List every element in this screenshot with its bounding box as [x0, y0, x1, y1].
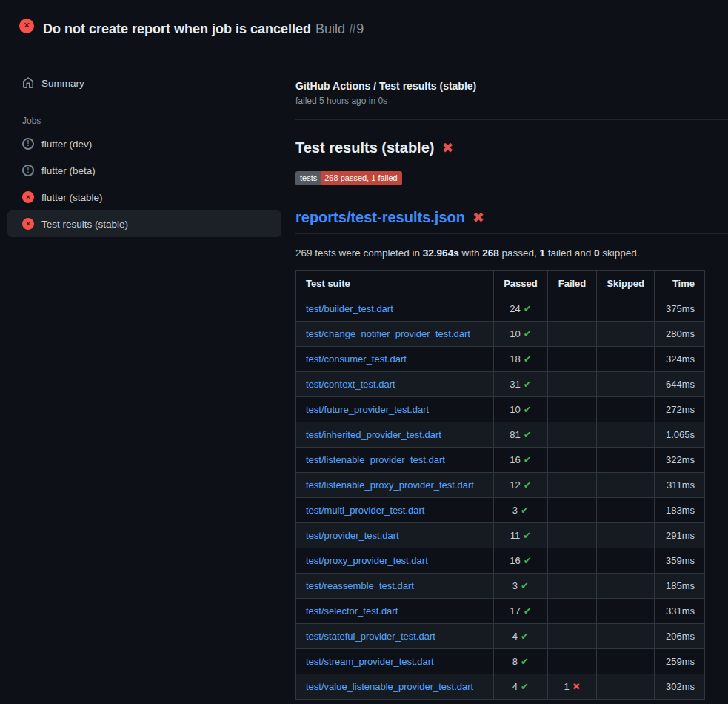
- table-row: test/multi_provider_test.dart 3✔ ✖ 183ms: [296, 498, 705, 523]
- passed-cell: 31✔: [494, 372, 548, 397]
- sidebar-job-item[interactable]: ✕ ! flutter (beta): [7, 157, 281, 184]
- suite-link[interactable]: test/listenable_proxy_provider_test.dart: [306, 479, 474, 491]
- failed-count: 1: [540, 248, 546, 259]
- suite-link[interactable]: test/consumer_test.dart: [306, 353, 407, 365]
- suite-link[interactable]: test/change_notifier_provider_test.dart: [306, 328, 470, 339]
- suite-link[interactable]: test/multi_provider_test.dart: [306, 505, 424, 516]
- time-cell: 322ms: [655, 448, 705, 473]
- time-cell: 375ms: [655, 296, 705, 322]
- passed-cell: 24✔: [494, 296, 548, 322]
- job-label: flutter (dev): [41, 139, 92, 150]
- suite-cell: test/provider_test.dart: [296, 523, 494, 548]
- passed-cell: 16✔: [494, 548, 548, 574]
- sidebar-job-item[interactable]: ✕ ! flutter (stable): [7, 184, 281, 210]
- table-row: test/future_provider_test.dart 10✔ ✖ 272…: [296, 397, 705, 422]
- table-row: test/consumer_test.dart 18✔ ✖ 324ms: [296, 347, 705, 372]
- suite-cell: test/proxy_provider_test.dart: [296, 548, 494, 574]
- time-cell: 206ms: [655, 624, 705, 649]
- skipped-cell: [597, 599, 655, 624]
- failed-cell: ✖: [547, 649, 597, 674]
- suite-cell: test/builder_test.dart: [296, 296, 494, 322]
- neutral-status-icon: !: [22, 138, 34, 150]
- failed-cell: ✖: [547, 397, 597, 422]
- sidebar-job-item[interactable]: ✕ ! Test results (stable): [7, 210, 281, 237]
- suite-link[interactable]: test/stream_provider_test.dart: [306, 656, 434, 667]
- suite-link[interactable]: test/context_test.dart: [306, 379, 395, 390]
- suite-link[interactable]: test/inherited_provider_test.dart: [306, 429, 441, 440]
- suite-cell: test/listenable_proxy_provider_test.dart: [296, 473, 494, 498]
- job-label: flutter (beta): [41, 165, 96, 176]
- table-row: test/selector_test.dart 17✔ ✖ 331ms: [296, 599, 705, 624]
- total-duration: 32.964s: [423, 248, 459, 259]
- suite-link[interactable]: test/reassemble_test.dart: [306, 580, 414, 591]
- jobs-list: ✕ ! flutter (dev) ✕ ! flutter (beta) ✕ !…: [7, 130, 281, 237]
- passed-cell: 10✔: [494, 397, 548, 422]
- suite-link[interactable]: test/proxy_provider_test.dart: [306, 555, 428, 566]
- skipped-cell: [597, 322, 655, 347]
- time-cell: 280ms: [655, 322, 705, 347]
- suite-cell: test/reassemble_test.dart: [296, 574, 494, 599]
- time-cell: 185ms: [655, 574, 705, 599]
- skipped-cell: [597, 347, 655, 372]
- skipped-cell: [597, 372, 655, 397]
- tests-badge: tests268 passed, 1 failed: [295, 171, 402, 185]
- suite-link[interactable]: test/provider_test.dart: [306, 530, 399, 541]
- suite-cell: test/future_provider_test.dart: [296, 397, 494, 422]
- home-icon: [22, 77, 34, 89]
- suite-link[interactable]: test/listenable_provider_test.dart: [306, 454, 445, 465]
- check-icon: ✔: [521, 656, 529, 667]
- skipped-cell: [597, 649, 655, 674]
- page-layout: Summary Jobs ✕ ! flutter (dev) ✕ ! flutt…: [0, 50, 728, 700]
- passed-cell: 8✔: [494, 649, 548, 674]
- table-row: test/inherited_provider_test.dart 81✔ ✖ …: [296, 422, 705, 448]
- table-row: test/context_test.dart 31✔ ✖ 644ms: [296, 372, 705, 397]
- skipped-count: 0: [594, 248, 600, 259]
- run-title: Do not create report when job is cancell…: [43, 21, 311, 36]
- check-icon: ✔: [524, 303, 532, 314]
- suite-cell: test/stream_provider_test.dart: [296, 649, 494, 674]
- breadcrumb: GitHub Actions / Test results (stable): [295, 80, 728, 92]
- skipped-cell: [597, 523, 655, 548]
- failed-cell: ✖: [547, 372, 597, 397]
- results-summary: 269 tests were completed in 32.964s with…: [295, 248, 728, 259]
- column-header-failed: Failed: [547, 271, 597, 296]
- skipped-cell: [597, 296, 655, 322]
- suite-link[interactable]: test/future_provider_test.dart: [306, 404, 429, 415]
- sidebar: Summary Jobs ✕ ! flutter (dev) ✕ ! flutt…: [0, 50, 289, 237]
- table-row: test/provider_test.dart 11✔ ✖ 291ms: [296, 523, 705, 548]
- suite-link[interactable]: test/selector_test.dart: [306, 605, 398, 617]
- check-icon: ✔: [521, 631, 529, 642]
- report-file-link[interactable]: reports/test-results.json: [295, 209, 465, 226]
- table-row: test/stream_provider_test.dart 8✔ ✖ 259m…: [296, 649, 705, 674]
- passed-cell: 18✔: [494, 347, 548, 372]
- passed-cell: 10✔: [494, 322, 548, 347]
- sidebar-job-item[interactable]: ✕ ! flutter (dev): [7, 130, 281, 157]
- check-icon: ✔: [524, 379, 532, 390]
- skipped-cell: [597, 574, 655, 599]
- suite-cell: test/value_listenable_provider_test.dart: [296, 674, 494, 700]
- sidebar-item-summary[interactable]: Summary: [7, 70, 281, 96]
- skipped-cell: [597, 624, 655, 649]
- check-run-header: ✕ Do not create report when job is cance…: [0, 0, 728, 50]
- check-icon: ✔: [524, 328, 532, 339]
- skipped-cell: [597, 397, 655, 422]
- x-circle-icon: ✕: [22, 191, 34, 203]
- check-icon: ✔: [524, 555, 532, 566]
- check-icon: ✔: [524, 454, 532, 465]
- suite-cell: test/inherited_provider_test.dart: [296, 422, 494, 448]
- check-icon: ✔: [521, 580, 529, 591]
- results-table-body: test/builder_test.dart 24✔ ✖ 375ms test/…: [296, 296, 705, 700]
- column-header-passed: Passed: [494, 271, 548, 296]
- run-status-line: failed 5 hours ago in 0s: [295, 96, 728, 106]
- main-content: GitHub Actions / Test results (stable) f…: [289, 50, 728, 700]
- suite-cell: test/selector_test.dart: [296, 599, 494, 624]
- check-icon: ✔: [524, 479, 532, 491]
- column-header-skipped: Skipped: [597, 271, 655, 296]
- suite-link[interactable]: test/builder_test.dart: [306, 303, 393, 314]
- suite-link[interactable]: test/value_listenable_provider_test.dart: [306, 681, 473, 692]
- failed-cell: ✖: [547, 599, 597, 624]
- suite-cell: test/multi_provider_test.dart: [296, 498, 494, 523]
- suite-cell: test/change_notifier_provider_test.dart: [296, 322, 494, 347]
- suite-link[interactable]: test/stateful_provider_test.dart: [306, 631, 435, 642]
- time-cell: 272ms: [655, 397, 705, 422]
